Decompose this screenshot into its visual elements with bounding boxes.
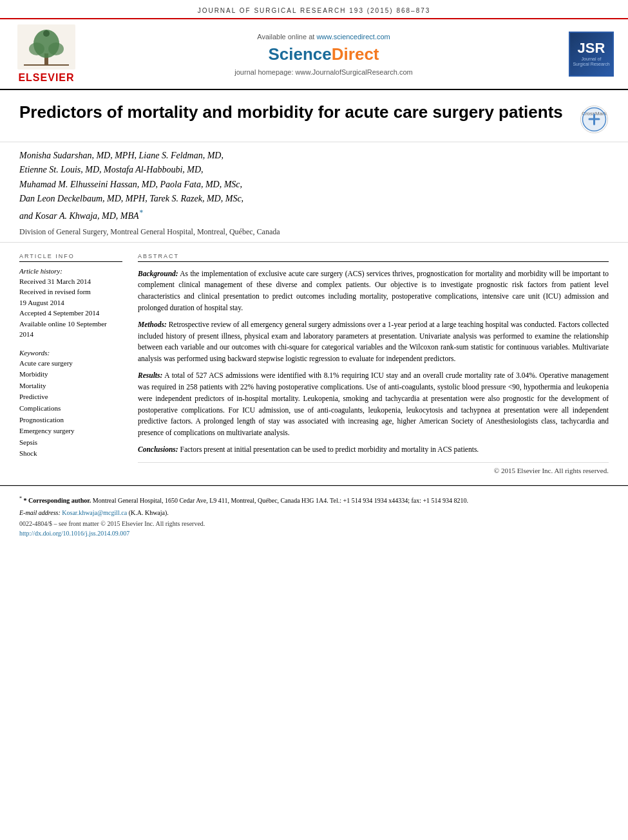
elsevier-label: ELSEVIER	[18, 72, 74, 84]
affiliation-text: Division of General Surgery, Montreal Ge…	[19, 227, 609, 237]
results-label: Results:	[138, 371, 162, 379]
sciencedirect-url[interactable]: www.sciencedirect.com	[316, 33, 390, 41]
received-revised: Received in revised form19 August 2014	[19, 286, 122, 308]
sciencedirect-blue: Science	[269, 44, 332, 64]
methods-label: Methods:	[138, 321, 167, 328]
authors-section: Monisha Sudarshan, MD, MPH, Liane S. Fel…	[0, 142, 628, 243]
jsr-sublabel: Journal ofSurgical Research	[573, 57, 609, 68]
background-label: Background:	[138, 270, 178, 277]
author-line2: Etienne St. Louis, MD, Mostafa Al-Habbou…	[19, 165, 204, 174]
article-info-column: ARTICLE INFO Article history: Received 3…	[19, 253, 122, 474]
author-line3: Muhamad M. Elhusseini Hassan, MD, Paola …	[19, 180, 242, 189]
page: JOURNAL OF SURGICAL RESEARCH 193 (2015) …	[0, 0, 628, 840]
abstract-conclusions: Conclusions: Factors present at initial …	[138, 444, 609, 456]
results-text: A total of 527 ACS admissions were ident…	[138, 371, 609, 436]
conclusions-label: Conclusions:	[138, 445, 178, 453]
author-line1: Monisha Sudarshan, MD, MPH, Liane S. Fel…	[19, 151, 224, 160]
email-link[interactable]: Kosar.khwaja@mcgill.ca	[62, 509, 127, 516]
journal-bar: JOURNAL OF SURGICAL RESEARCH 193 (2015) …	[0, 0, 628, 19]
corresponding-asterisk: *	[139, 208, 143, 217]
author-line4: Dan Leon Deckelbaum, MD, MPH, Tarek S. R…	[19, 194, 243, 203]
elsevier-tree-icon	[17, 24, 75, 70]
sciencedirect-logo: ScienceDirect	[269, 44, 379, 64]
keyword-5: Complications	[19, 403, 122, 415]
methods-text: Retrospective review of all emergency ge…	[138, 321, 609, 362]
footer-section: * * Corresponding author. Montreal Gener…	[0, 485, 628, 543]
email-label: E-mail address:	[19, 509, 61, 516]
article-info-heading: ARTICLE INFO	[19, 253, 122, 262]
keyword-7: Emergency surgery	[19, 425, 122, 437]
abstract-column: ABSTRACT Background: As the implementati…	[138, 253, 609, 474]
journal-bar-text: JOURNAL OF SURGICAL RESEARCH 193 (2015) …	[198, 7, 431, 14]
keyword-1: Acute care surgery	[19, 358, 122, 369]
header-section: ELSEVIER Available online at www.science…	[0, 19, 628, 90]
corresponding-author-note: * * Corresponding author. Montreal Gener…	[19, 495, 609, 505]
keyword-4: Predictive	[19, 391, 122, 403]
author-line5: and Kosar A. Khwaja, MD, MBA	[19, 210, 139, 220]
abstract-methods: Methods: Retrospective review of all eme…	[138, 319, 609, 365]
keyword-3: Mortality	[19, 380, 122, 392]
abstract-background: Background: As the implementation of exc…	[138, 268, 609, 314]
keyword-8: Sepsis	[19, 437, 122, 449]
article-history-group: Article history: Received 31 March 2014 …	[19, 267, 122, 340]
available-online-text: Available online at www.sciencedirect.co…	[257, 33, 390, 41]
issn-line: 0022-4804/$ – see front matter © 2015 El…	[19, 520, 609, 527]
journal-homepage: journal homepage: www.JournalofSurgicalR…	[234, 68, 412, 76]
jsr-badge-container: JSR Journal ofSurgical Research	[562, 24, 620, 84]
abstract-results: Results: A total of 527 ACS admissions w…	[138, 370, 609, 439]
corresponding-details: Montreal General Hospital, 1650 Cedar Av…	[93, 497, 468, 504]
keywords-group: Keywords: Acute care surgery Morbidity M…	[19, 349, 122, 460]
header-center: Available online at www.sciencedirect.co…	[91, 24, 556, 84]
email-note: E-mail address: Kosar.khwaja@mcgill.ca (…	[19, 508, 609, 518]
sciencedirect-orange: Direct	[332, 44, 379, 64]
available-online-date: Available online 10 September 2014	[19, 319, 122, 340]
content-section: ARTICLE INFO Article history: Received 3…	[0, 243, 628, 485]
keyword-2: Morbidity	[19, 369, 122, 380]
abstract-heading: ABSTRACT	[138, 253, 609, 262]
background-text: As the implementation of exclusive acute…	[138, 270, 609, 312]
keyword-6: Prognostication	[19, 415, 122, 426]
email-suffix: (K.A. Khwaja).	[129, 509, 169, 516]
corresponding-strong: * Corresponding author.	[24, 497, 91, 504]
accepted-date: Accepted 4 September 2014	[19, 308, 122, 319]
svg-point-5	[43, 30, 50, 37]
svg-point-4	[48, 42, 64, 55]
conclusions-text: Factors present at initial presentation …	[178, 445, 479, 453]
keywords-label: Keywords:	[19, 349, 122, 357]
crossmark-icon: CrossMark	[580, 105, 609, 134]
copyright-line: © 2015 Elsevier Inc. All rights reserved…	[138, 462, 609, 474]
history-label: Article history:	[19, 267, 122, 275]
keyword-9: Shock	[19, 448, 122, 460]
title-section: Predictors of mortality and morbidity fo…	[0, 90, 628, 142]
elsevier-logo: ELSEVIER	[8, 24, 85, 84]
corresponding-sup: *	[19, 496, 22, 501]
received-date: Received 31 March 2014	[19, 276, 122, 287]
jsr-badge: JSR Journal ofSurgical Research	[569, 32, 614, 77]
authors-text: Monisha Sudarshan, MD, MPH, Liane S. Fel…	[19, 149, 609, 223]
doi-link[interactable]: http://dx.doi.org/10.1016/j.jss.2014.09.…	[19, 530, 609, 537]
jsr-label: JSR	[578, 41, 605, 55]
paper-title: Predictors of mortality and morbidity fo…	[19, 102, 567, 124]
svg-point-3	[29, 42, 44, 55]
